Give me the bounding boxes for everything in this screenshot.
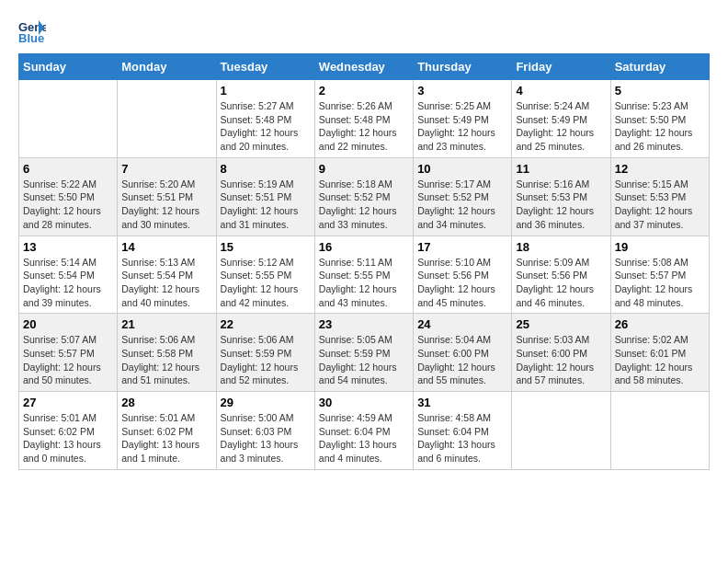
day-info: Sunrise: 5:11 AM Sunset: 5:55 PM Dayligh… — [319, 256, 409, 310]
day-number: 17 — [417, 240, 507, 254]
day-info: Sunrise: 5:27 AM Sunset: 5:48 PM Dayligh… — [221, 99, 311, 154]
calendar-cell: 23Sunrise: 5:05 AM Sunset: 5:59 PM Dayli… — [314, 314, 413, 392]
calendar-cell: 5Sunrise: 5:23 AM Sunset: 5:50 PM Daylig… — [610, 80, 709, 158]
day-info: Sunrise: 5:14 AM Sunset: 5:54 PM Dayligh… — [23, 256, 113, 310]
day-number: 25 — [516, 317, 606, 331]
weekday-header-thursday: Thursday — [414, 54, 512, 80]
calendar-cell — [512, 392, 610, 470]
calendar-cell: 17Sunrise: 5:10 AM Sunset: 5:56 PM Dayli… — [414, 236, 512, 314]
day-number: 30 — [319, 396, 409, 409]
day-number: 23 — [319, 317, 409, 331]
day-number: 18 — [516, 240, 606, 254]
day-number: 16 — [319, 240, 409, 254]
day-number: 24 — [417, 317, 507, 331]
calendar-cell: 30Sunrise: 4:59 AM Sunset: 6:04 PM Dayli… — [314, 392, 413, 470]
day-info: Sunrise: 5:03 AM Sunset: 6:00 PM Dayligh… — [516, 333, 606, 387]
day-number: 3 — [417, 84, 507, 98]
day-number: 14 — [121, 240, 211, 254]
day-info: Sunrise: 4:58 AM Sunset: 6:04 PM Dayligh… — [417, 411, 507, 465]
calendar-cell — [610, 392, 709, 470]
calendar-cell: 11Sunrise: 5:16 AM Sunset: 5:53 PM Dayli… — [512, 157, 610, 236]
weekday-header-sunday: Sunday — [19, 54, 118, 80]
day-info: Sunrise: 5:15 AM Sunset: 5:53 PM Dayligh… — [615, 178, 705, 232]
day-info: Sunrise: 5:16 AM Sunset: 5:53 PM Dayligh… — [516, 178, 606, 232]
weekday-header-row: SundayMondayTuesdayWednesdayThursdayFrid… — [19, 54, 710, 80]
day-info: Sunrise: 5:06 AM Sunset: 5:58 PM Dayligh… — [121, 333, 211, 387]
calendar-cell: 16Sunrise: 5:11 AM Sunset: 5:55 PM Dayli… — [314, 236, 413, 314]
calendar-week-row-2: 6Sunrise: 5:22 AM Sunset: 5:50 PM Daylig… — [19, 157, 710, 236]
calendar-cell: 6Sunrise: 5:22 AM Sunset: 5:50 PM Daylig… — [19, 157, 118, 236]
day-info: Sunrise: 5:01 AM Sunset: 6:02 PM Dayligh… — [23, 411, 113, 465]
calendar-cell — [118, 80, 216, 158]
calendar-cell: 7Sunrise: 5:20 AM Sunset: 5:51 PM Daylig… — [118, 157, 216, 236]
day-number: 28 — [121, 396, 211, 409]
day-number: 29 — [221, 396, 311, 409]
day-info: Sunrise: 5:09 AM Sunset: 5:56 PM Dayligh… — [516, 256, 606, 310]
calendar-cell: 1Sunrise: 5:27 AM Sunset: 5:48 PM Daylig… — [216, 80, 314, 158]
day-info: Sunrise: 5:07 AM Sunset: 5:57 PM Dayligh… — [23, 333, 113, 387]
day-number: 22 — [221, 317, 311, 331]
day-number: 21 — [121, 317, 211, 331]
calendar-cell: 27Sunrise: 5:01 AM Sunset: 6:02 PM Dayli… — [19, 392, 118, 470]
calendar-cell: 15Sunrise: 5:12 AM Sunset: 5:55 PM Dayli… — [216, 236, 314, 314]
calendar-cell: 13Sunrise: 5:14 AM Sunset: 5:54 PM Dayli… — [19, 236, 118, 314]
weekday-header-monday: Monday — [118, 54, 216, 80]
day-info: Sunrise: 5:05 AM Sunset: 5:59 PM Dayligh… — [319, 333, 409, 387]
day-number: 27 — [23, 396, 113, 409]
weekday-header-friday: Friday — [512, 54, 610, 80]
weekday-header-wednesday: Wednesday — [314, 54, 413, 80]
calendar-cell: 4Sunrise: 5:24 AM Sunset: 5:49 PM Daylig… — [512, 80, 610, 158]
day-info: Sunrise: 5:10 AM Sunset: 5:56 PM Dayligh… — [417, 256, 507, 310]
day-number: 26 — [615, 317, 705, 331]
calendar-week-row-3: 13Sunrise: 5:14 AM Sunset: 5:54 PM Dayli… — [19, 236, 710, 314]
day-info: Sunrise: 5:06 AM Sunset: 5:59 PM Dayligh… — [221, 333, 311, 387]
day-number: 20 — [23, 317, 113, 331]
calendar-cell: 10Sunrise: 5:17 AM Sunset: 5:52 PM Dayli… — [414, 157, 512, 236]
calendar-cell: 9Sunrise: 5:18 AM Sunset: 5:52 PM Daylig… — [314, 157, 413, 236]
day-info: Sunrise: 5:17 AM Sunset: 5:52 PM Dayligh… — [417, 178, 507, 232]
day-info: Sunrise: 5:08 AM Sunset: 5:57 PM Dayligh… — [615, 256, 705, 310]
calendar-week-row-4: 20Sunrise: 5:07 AM Sunset: 5:57 PM Dayli… — [19, 314, 710, 392]
day-number: 2 — [319, 84, 409, 98]
day-number: 15 — [221, 240, 311, 254]
day-info: Sunrise: 5:24 AM Sunset: 5:49 PM Dayligh… — [516, 99, 606, 154]
calendar-cell: 28Sunrise: 5:01 AM Sunset: 6:02 PM Dayli… — [118, 392, 216, 470]
day-number: 8 — [221, 162, 311, 176]
calendar-cell: 29Sunrise: 5:00 AM Sunset: 6:03 PM Dayli… — [216, 392, 314, 470]
calendar-table: SundayMondayTuesdayWednesdayThursdayFrid… — [18, 53, 710, 470]
day-info: Sunrise: 5:04 AM Sunset: 6:00 PM Dayligh… — [417, 333, 507, 387]
day-number: 9 — [319, 162, 409, 176]
day-info: Sunrise: 5:01 AM Sunset: 6:02 PM Dayligh… — [121, 411, 211, 465]
calendar-cell: 14Sunrise: 5:13 AM Sunset: 5:54 PM Dayli… — [118, 236, 216, 314]
day-info: Sunrise: 5:20 AM Sunset: 5:51 PM Dayligh… — [121, 178, 211, 232]
logo-icon: General Blue — [18, 18, 46, 44]
day-info: Sunrise: 5:22 AM Sunset: 5:50 PM Dayligh… — [23, 178, 113, 232]
calendar-cell: 18Sunrise: 5:09 AM Sunset: 5:56 PM Dayli… — [512, 236, 610, 314]
day-info: Sunrise: 5:23 AM Sunset: 5:50 PM Dayligh… — [615, 99, 705, 154]
day-info: Sunrise: 5:12 AM Sunset: 5:55 PM Dayligh… — [221, 256, 311, 310]
calendar-cell: 20Sunrise: 5:07 AM Sunset: 5:57 PM Dayli… — [19, 314, 118, 392]
day-number: 7 — [121, 162, 211, 176]
calendar-cell: 2Sunrise: 5:26 AM Sunset: 5:48 PM Daylig… — [314, 80, 413, 158]
logo: General Blue — [18, 18, 50, 44]
svg-text:Blue: Blue — [18, 31, 44, 44]
day-number: 5 — [615, 84, 705, 98]
calendar-cell: 19Sunrise: 5:08 AM Sunset: 5:57 PM Dayli… — [610, 236, 709, 314]
page-header: General Blue — [18, 18, 710, 44]
day-number: 12 — [615, 162, 705, 176]
day-number: 31 — [417, 396, 507, 409]
calendar-cell: 22Sunrise: 5:06 AM Sunset: 5:59 PM Dayli… — [216, 314, 314, 392]
calendar-week-row-5: 27Sunrise: 5:01 AM Sunset: 6:02 PM Dayli… — [19, 392, 710, 470]
day-info: Sunrise: 5:18 AM Sunset: 5:52 PM Dayligh… — [319, 178, 409, 232]
day-number: 11 — [516, 162, 606, 176]
weekday-header-tuesday: Tuesday — [216, 54, 314, 80]
day-number: 1 — [221, 84, 311, 98]
day-info: Sunrise: 5:00 AM Sunset: 6:03 PM Dayligh… — [221, 411, 311, 465]
calendar-week-row-1: 1Sunrise: 5:27 AM Sunset: 5:48 PM Daylig… — [19, 80, 710, 158]
day-number: 13 — [23, 240, 113, 254]
calendar-cell: 31Sunrise: 4:58 AM Sunset: 6:04 PM Dayli… — [414, 392, 512, 470]
day-info: Sunrise: 4:59 AM Sunset: 6:04 PM Dayligh… — [319, 411, 409, 465]
calendar-cell: 26Sunrise: 5:02 AM Sunset: 6:01 PM Dayli… — [610, 314, 709, 392]
calendar-cell: 21Sunrise: 5:06 AM Sunset: 5:58 PM Dayli… — [118, 314, 216, 392]
day-info: Sunrise: 5:26 AM Sunset: 5:48 PM Dayligh… — [319, 99, 409, 154]
